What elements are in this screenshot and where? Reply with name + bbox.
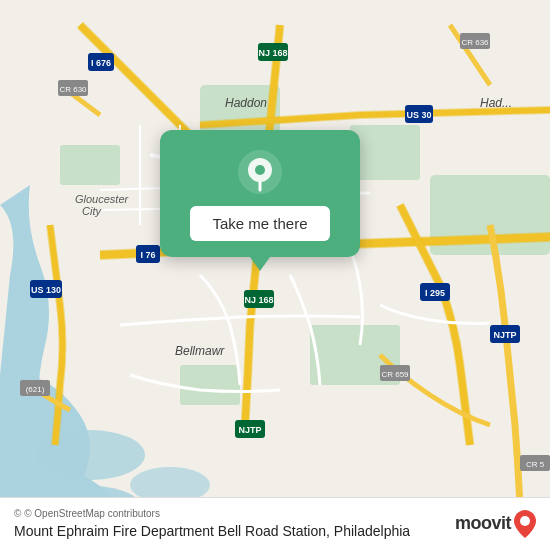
svg-text:Had...: Had... xyxy=(480,96,512,110)
svg-text:CR 659: CR 659 xyxy=(381,370,409,379)
popup-card: Take me there xyxy=(160,130,360,257)
svg-point-1 xyxy=(35,430,145,480)
svg-point-51 xyxy=(255,165,265,175)
svg-text:City: City xyxy=(82,205,102,217)
svg-text:(621): (621) xyxy=(26,385,45,394)
svg-point-52 xyxy=(520,516,530,526)
attribution: © © OpenStreetMap contributors xyxy=(14,508,445,519)
moovit-logo: moovit xyxy=(455,510,536,538)
svg-text:NJ 168: NJ 168 xyxy=(258,48,287,58)
svg-text:I 76: I 76 xyxy=(140,250,155,260)
svg-text:NJTP: NJTP xyxy=(238,425,261,435)
moovit-logo-text: moovit xyxy=(455,513,511,534)
bottom-bar: © © OpenStreetMap contributors Mount Eph… xyxy=(0,497,550,550)
svg-text:Haddon: Haddon xyxy=(225,96,267,110)
svg-text:NJ 168: NJ 168 xyxy=(244,295,273,305)
take-me-there-button[interactable]: Take me there xyxy=(190,206,329,241)
svg-rect-6 xyxy=(350,125,420,180)
svg-rect-5 xyxy=(60,145,120,185)
svg-text:CR 636: CR 636 xyxy=(461,38,489,47)
svg-text:NJTP: NJTP xyxy=(493,330,516,340)
location-name-text: Mount Ephraim Fire Department Bell Road … xyxy=(14,523,330,539)
attribution-text: © OpenStreetMap contributors xyxy=(24,508,160,519)
svg-text:I 676: I 676 xyxy=(91,58,111,68)
moovit-pin-icon xyxy=(514,510,536,538)
svg-text:CR 630: CR 630 xyxy=(59,85,87,94)
svg-text:Gloucester: Gloucester xyxy=(75,193,130,205)
location-city-text: Philadelphia xyxy=(334,523,410,539)
svg-text:Bellmawr: Bellmawr xyxy=(175,344,225,358)
svg-text:I 295: I 295 xyxy=(425,288,445,298)
map-background: I 676 NJ 168 NJ 168 NJTP US 30 I 76 US 1… xyxy=(0,0,550,550)
svg-text:US 30: US 30 xyxy=(406,110,431,120)
svg-rect-9 xyxy=(180,365,240,405)
location-name: Mount Ephraim Fire Department Bell Road … xyxy=(14,522,445,540)
location-pin-icon xyxy=(238,150,282,194)
svg-text:CR 5: CR 5 xyxy=(526,460,545,469)
map-container: I 676 NJ 168 NJ 168 NJTP US 30 I 76 US 1… xyxy=(0,0,550,550)
svg-text:US 130: US 130 xyxy=(31,285,61,295)
bottom-bar-text: © © OpenStreetMap contributors Mount Eph… xyxy=(14,508,445,540)
